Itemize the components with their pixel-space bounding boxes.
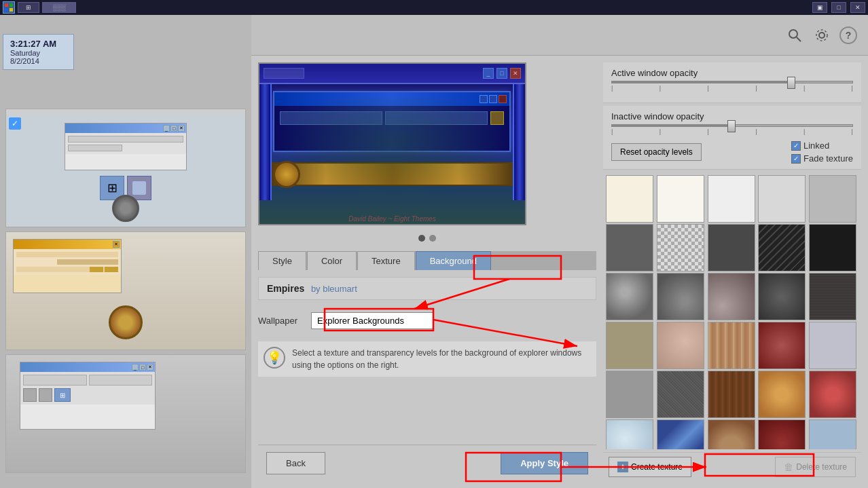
right-panel: ? _ □ ✕ <box>251 15 868 488</box>
settings-icon[interactable] <box>812 26 831 45</box>
texture-item-20[interactable] <box>809 322 856 369</box>
create-texture-button[interactable]: + Create texture <box>609 457 691 477</box>
texture-item-19[interactable] <box>758 322 806 369</box>
texture-item-23[interactable] <box>708 371 755 418</box>
mini-element <box>68 136 183 143</box>
svg-point-6 <box>819 33 825 38</box>
dot-2[interactable] <box>429 235 436 242</box>
date-display: 8/2/2014 <box>10 57 67 65</box>
mini-btn-2b <box>105 267 118 272</box>
texture-item-8[interactable] <box>708 224 755 271</box>
mini-titlebar-2: ✕ <box>14 240 121 249</box>
tab-texture[interactable]: Texture <box>357 251 415 270</box>
linked-text: Linked <box>803 140 829 151</box>
mini-body-3: ⊞ <box>20 372 155 405</box>
wallpaper-dropdown[interactable]: Explorer Backgrounds <box>311 312 433 329</box>
texture-item-11[interactable] <box>606 273 653 320</box>
preview-area-3: _ □ ✕ ⊞ <box>6 355 245 472</box>
texture-item-24[interactable] <box>758 371 806 418</box>
checkboxes: Linked Fade texture <box>791 140 853 164</box>
taskbar-right-btn-2[interactable]: □ <box>831 2 846 13</box>
reset-opacity-button[interactable]: Reset opacity levels <box>611 143 702 161</box>
main-container: 3:21:27 AM Saturday 8/2/2014 _ □ ✕ <box>0 15 868 488</box>
tab-color[interactable]: Color <box>307 251 357 270</box>
texture-item-29[interactable] <box>758 419 806 449</box>
radio-decoration <box>112 195 139 222</box>
texture-item-16[interactable] <box>606 322 653 369</box>
emp-tb-el1 <box>264 68 304 79</box>
texture-item-5[interactable] <box>809 175 856 223</box>
texture-item-14[interactable] <box>758 273 806 320</box>
day-display: Saturday <box>10 49 67 57</box>
texture-item-22[interactable] <box>657 371 704 418</box>
theme-preview-3[interactable]: _ □ ✕ ⊞ <box>5 354 246 473</box>
itick-4: | <box>803 128 805 135</box>
back-button[interactable]: Back <box>266 452 325 474</box>
theme-preview-1[interactable]: _ □ ✕ ⊞ ✓ <box>5 109 246 227</box>
mini-btn-2a <box>90 267 103 272</box>
texture-item-26[interactable] <box>606 419 653 449</box>
close-btn-3: ✕ <box>147 364 153 371</box>
taskbar-button-2[interactable]: ░░░ <box>42 2 76 13</box>
empires-window: _ □ ✕ <box>259 64 525 224</box>
texture-item-6[interactable] <box>606 224 653 271</box>
active-slider-thumb[interactable] <box>787 77 795 89</box>
mini-btn-min: _ <box>163 125 170 132</box>
texture-item-12[interactable] <box>657 273 704 320</box>
texture-item-30[interactable] <box>809 419 856 449</box>
svg-rect-1 <box>10 3 13 7</box>
create-texture-label: Create texture <box>631 462 683 472</box>
texture-item-1[interactable] <box>606 175 653 223</box>
texture-item-13[interactable] <box>708 273 755 320</box>
texture-bottom: + Create texture 🗑 Delete texture <box>603 452 861 481</box>
theme-preview-main: _ □ ✕ <box>258 62 526 225</box>
emp-main-titlebar: _ □ ✕ <box>259 64 525 84</box>
theme-preview-2[interactable]: ✕ <box>5 231 246 350</box>
inactive-slider-thumb[interactable] <box>727 120 736 132</box>
mini-body-2 <box>14 249 121 275</box>
inactive-slider-track <box>611 124 853 127</box>
fade-texture-checkbox[interactable] <box>791 154 801 164</box>
texture-item-25[interactable] <box>809 371 856 418</box>
texture-item-9[interactable] <box>758 224 806 271</box>
svg-rect-3 <box>10 8 13 12</box>
texture-item-27[interactable] <box>657 419 704 449</box>
texture-item-18[interactable] <box>708 322 755 369</box>
apply-button[interactable]: Apply Style <box>501 452 588 474</box>
taskbar-right-btn-1[interactable]: ▣ <box>812 2 827 13</box>
help-icon[interactable]: ? <box>839 26 857 44</box>
texture-item-2[interactable] <box>657 175 704 223</box>
texture-item-3[interactable] <box>708 175 755 223</box>
mini-el-2b <box>57 259 118 265</box>
texture-item-17[interactable] <box>657 322 704 369</box>
checkbox-row: Reset opacity levels Linked Fade texture <box>611 140 853 164</box>
taskbar-right-btn-3[interactable]: ✕ <box>850 2 865 13</box>
texture-item-21[interactable] <box>606 371 653 418</box>
texture-item-7[interactable] <box>657 224 704 271</box>
mini-close-2: ✕ <box>113 241 120 248</box>
active-opacity-label: Active window opacity <box>611 68 853 78</box>
texture-item-10[interactable] <box>809 224 856 271</box>
emp-gold-bar <box>259 162 525 186</box>
datetime-widget: 3:21:27 AM Saturday 8/2/2014 <box>3 34 74 70</box>
texture-item-4[interactable] <box>758 175 806 223</box>
search-icon[interactable] <box>785 26 804 45</box>
mini-icon-inner <box>132 181 146 195</box>
tab-style[interactable]: Style <box>258 251 306 270</box>
tick-4: | <box>803 85 805 92</box>
dot-1[interactable] <box>418 235 425 242</box>
texture-item-15[interactable] <box>809 273 856 320</box>
linked-label: Linked <box>791 140 853 151</box>
svg-line-5 <box>797 37 801 41</box>
texture-item-28[interactable] <box>708 419 755 449</box>
taskbar: ⊞ ░░░ ▣ □ ✕ <box>0 0 868 15</box>
texture-panel: Active window opacity | | | | | | <box>603 62 861 481</box>
tab-background[interactable]: Background <box>416 251 491 270</box>
delete-texture-button[interactable]: 🗑 Delete texture <box>775 457 856 477</box>
linked-checkbox[interactable] <box>791 141 801 151</box>
svg-rect-2 <box>5 8 8 12</box>
mini-window-3: _ □ ✕ ⊞ <box>20 362 156 430</box>
start-icon[interactable] <box>3 1 15 14</box>
taskbar-button-1[interactable]: ⊞ <box>18 2 39 13</box>
svg-point-4 <box>789 30 797 38</box>
